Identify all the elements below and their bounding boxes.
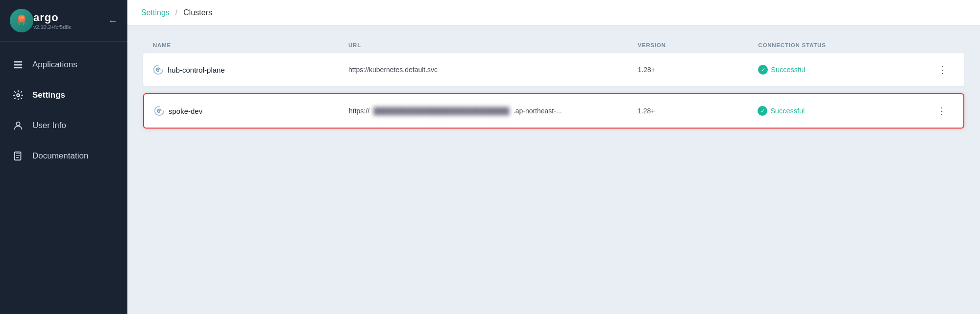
sidebar-item-applications[interactable]: Applications — [0, 50, 127, 80]
content-area: NAME URL VERSION CONNECTION STATUS — [127, 26, 980, 314]
row2-more-button[interactable]: ⋮ — [934, 103, 950, 119]
userinfo-label: User Info — [32, 121, 66, 131]
row1-url-cell: https://kubernetes.default.svc — [348, 66, 630, 74]
svg-point-1 — [19, 16, 24, 21]
back-arrow-icon[interactable]: ← — [108, 15, 118, 26]
row2-check-icon: ✓ — [758, 106, 767, 116]
table-row: spoke-dev https:// █████████████████████… — [143, 93, 964, 129]
row1-check-icon: ✓ — [758, 65, 768, 75]
sidebar-item-userinfo[interactable]: User Info — [0, 110, 127, 141]
row2-cluster-url-suffix: .ap-northeast-... — [514, 107, 562, 115]
row2-name-cell: spoke-dev — [154, 105, 341, 116]
sidebar: argo v2.10.2+fcf5d8c ← Applications — [0, 0, 127, 314]
svg-rect-6 — [14, 61, 23, 63]
documentation-label: Documentation — [32, 151, 88, 161]
svg-rect-7 — [14, 64, 23, 66]
svg-point-13 — [158, 110, 160, 112]
sidebar-header: argo v2.10.2+fcf5d8c ← — [0, 0, 127, 42]
topbar: Settings / Clusters — [127, 0, 980, 26]
row1-version-cell: 1.28+ — [638, 66, 751, 74]
cluster-spin-icon — [153, 64, 164, 75]
clusters-table: NAME URL VERSION CONNECTION STATUS — [143, 39, 964, 129]
row1-name-cell: hub-control-plane — [153, 64, 341, 75]
row2-status-cell: ✓ Successful — [758, 106, 926, 116]
col-url: URL — [348, 42, 630, 48]
svg-point-12 — [157, 69, 159, 71]
row2-cluster-url-blurred: ████████████████████████████ — [373, 107, 510, 115]
row1-cluster-version: 1.28+ — [638, 66, 655, 74]
col-status: CONNECTION STATUS — [758, 42, 927, 48]
row1-status-badge: ✓ Successful — [758, 65, 805, 75]
breadcrumb-clusters: Clusters — [183, 8, 212, 17]
row2-status-text: Successful — [770, 107, 805, 115]
row2-cluster-url-prefix: https:// — [349, 107, 369, 115]
col-name: NAME — [153, 42, 341, 48]
col-version: VERSION — [638, 42, 751, 48]
sidebar-navigation: Applications Settings User Info — [0, 42, 127, 171]
row1-cluster-name: hub-control-plane — [168, 66, 225, 74]
book-icon — [12, 150, 24, 162]
row2-cluster-version: 1.28+ — [637, 107, 655, 115]
row2-cluster-name: spoke-dev — [169, 107, 202, 115]
applications-label: Applications — [32, 60, 77, 70]
table-row: hub-control-plane https://kubernetes.def… — [143, 53, 964, 86]
cluster-spin-icon — [154, 105, 165, 116]
row1-cluster-url: https://kubernetes.default.svc — [348, 66, 438, 74]
breadcrumb-settings[interactable]: Settings — [141, 8, 170, 17]
app-version: v2.10.2+fcf5d8c — [33, 24, 72, 30]
gear-icon — [12, 89, 24, 102]
col-actions — [935, 42, 955, 48]
logo-text: argo v2.10.2+fcf5d8c — [33, 11, 72, 30]
row1-status-cell: ✓ Successful — [758, 65, 927, 75]
breadcrumb-separator: / — [175, 8, 177, 17]
svg-point-9 — [17, 94, 20, 97]
sidebar-item-documentation[interactable]: Documentation — [0, 141, 127, 171]
svg-point-5 — [23, 17, 24, 18]
person-icon — [12, 119, 24, 132]
row2-version-cell: 1.28+ — [637, 107, 750, 115]
svg-point-4 — [20, 17, 21, 18]
app-name: argo — [33, 11, 72, 24]
svg-point-10 — [16, 122, 20, 126]
main-content: Settings / Clusters NAME URL VERSION CON… — [127, 0, 980, 314]
sidebar-item-settings[interactable]: Settings — [0, 80, 127, 110]
settings-label: Settings — [32, 90, 65, 100]
row2-url-cell: https:// ████████████████████████████ .a… — [349, 107, 630, 115]
svg-rect-11 — [15, 152, 21, 160]
row2-actions-cell: ⋮ — [934, 103, 954, 119]
argo-logo-icon — [10, 9, 33, 32]
row1-more-button[interactable]: ⋮ — [935, 62, 951, 78]
layers-icon — [12, 58, 24, 71]
row2-status-badge: ✓ Successful — [758, 106, 805, 116]
row1-actions-cell: ⋮ — [935, 62, 955, 78]
table-header: NAME URL VERSION CONNECTION STATUS — [143, 39, 964, 53]
svg-rect-8 — [14, 67, 23, 69]
row1-status-text: Successful — [771, 66, 805, 74]
